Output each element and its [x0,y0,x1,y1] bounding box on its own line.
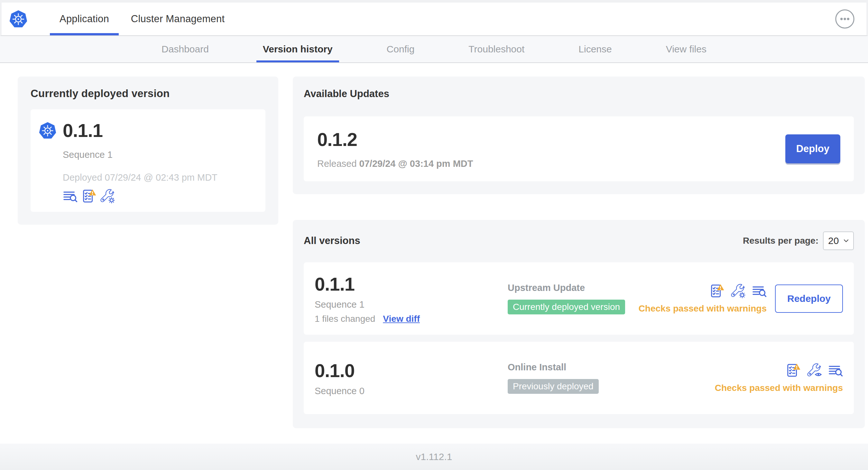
update-released-line: Released 07/29/24 @ 03:14 pm MDT [317,159,473,169]
version-info: 0.1.1 Sequence 1 1 files changed View di… [315,273,508,324]
edit-config-icon[interactable] [731,283,745,298]
preflight-checks-warning-icon[interactable] [786,363,800,378]
preflight-status-link[interactable]: Checks passed with warnings [639,303,767,314]
console-version: v1.112.1 [416,451,452,462]
chevron-down-icon [843,238,849,244]
all-versions-card: All versions Results per page: 20 0.1.1 … [293,220,865,428]
deployed-timestamp: Deployed 07/29/24 @ 02:43 pm MDT [63,172,217,183]
subnav-tab-view-files-label: View files [666,44,707,55]
subnav-tab-license-label: License [579,44,612,55]
version-source: Online Install [508,362,715,373]
files-changed-text: 1 files changed [315,314,375,324]
subnav-tab-config-label: Config [387,44,415,55]
subnav-tab-troubleshoot-label: Troubleshoot [468,44,524,55]
preflight-checks-warning-icon[interactable] [709,283,724,298]
released-prefix: Released [317,159,357,169]
tab-application[interactable]: Application [50,3,119,35]
version-sequence: Sequence 1 [315,299,508,310]
available-update-row: 0.1.2 Released 07/29/24 @ 03:14 pm MDT D… [304,116,854,181]
all-versions-header: All versions Results per page: 20 [304,231,854,250]
version-info: 0.1.0 Sequence 0 [315,360,508,396]
view-config-icon[interactable] [807,363,822,378]
checks-column: Checks passed with warnings [639,283,767,314]
deployed-version-number: 0.1.1 [63,120,217,141]
app-footer: v1.112.1 [0,444,868,470]
version-source-block: Upstream Update Currently deployed versi… [508,282,639,314]
results-per-page-label: Results per page: [743,236,818,246]
release-notes-icon[interactable] [752,283,767,298]
app-header: Application Cluster Management [0,3,868,36]
app-icon-kubernetes [39,120,56,203]
edit-config-icon[interactable] [100,189,115,203]
page: Application Cluster Management Dashboard… [0,0,868,470]
deployed-version-actions [63,189,217,203]
redeploy-button[interactable]: Redeploy [775,284,843,313]
available-updates-title: Available Updates [304,88,854,100]
subnav-tab-license[interactable]: License [572,36,618,62]
version-source: Upstream Update [508,282,639,293]
preflight-checks-warning-icon[interactable] [82,189,96,203]
view-diff-link[interactable]: View diff [383,314,420,324]
currently-deployed-card: Currently deployed version 0.1.1 Sequenc… [18,76,278,225]
tab-application-label: Application [60,13,109,25]
deploy-button[interactable]: Deploy [785,134,840,163]
subnav-tab-troubleshoot[interactable]: Troubleshoot [462,36,531,62]
subnav-tab-config[interactable]: Config [380,36,421,62]
version-source-block: Online Install Previously deployed [508,362,715,394]
version-row-0-1-1: 0.1.1 Sequence 1 1 files changed View di… [304,262,854,335]
deployed-sequence: Sequence 1 [63,149,217,160]
subnav-tab-version-history[interactable]: Version history [256,36,339,62]
released-date: 07/29/24 @ 03:14 pm MDT [359,159,473,169]
version-actions: Checks passed with warnings Redeploy [639,283,843,314]
all-versions-title: All versions [304,235,360,246]
window-top-edge [0,0,868,3]
version-number: 0.1.1 [315,273,508,295]
tab-cluster-management[interactable]: Cluster Management [121,3,234,35]
tab-cluster-management-label: Cluster Management [131,13,224,25]
previously-deployed-badge: Previously deployed [508,379,599,394]
subnav-tab-dashboard-label: Dashboard [161,44,209,55]
subnav-tab-version-history-label: Version history [263,44,333,55]
header-spacer [237,3,834,35]
available-updates-card: Available Updates 0.1.2 Released 07/29/2… [293,76,865,194]
main-content: Currently deployed version 0.1.1 Sequenc… [0,63,868,444]
app-subnav: Dashboard Version history Config Trouble… [0,36,868,63]
update-version-number: 0.1.2 [317,129,473,150]
version-actions: Checks passed with warnings [715,363,843,393]
kubernetes-logo[interactable] [9,3,27,35]
release-notes-icon[interactable] [828,363,843,378]
checks-column: Checks passed with warnings [715,363,843,393]
results-per-page-select[interactable]: 20 [823,231,854,250]
version-action-icons [709,283,767,298]
version-action-icons [786,363,843,378]
main-nav: Application Cluster Management [50,3,237,35]
version-sequence: Sequence 0 [315,386,508,396]
overflow-menu-button[interactable] [834,8,856,30]
subnav-tab-dashboard[interactable]: Dashboard [155,36,215,62]
currently-deployed-version-card: 0.1.1 Sequence 1 Deployed 07/29/24 @ 02:… [31,109,266,212]
currently-deployed-title: Currently deployed version [31,88,266,100]
currently-deployed-badge: Currently deployed version [508,300,625,314]
results-per-page-value: 20 [828,235,839,246]
version-row-0-1-0: 0.1.0 Sequence 0 Online Install Previous… [304,342,854,414]
preflight-status-link[interactable]: Checks passed with warnings [715,383,843,393]
right-column: Available Updates 0.1.2 Released 07/29/2… [293,76,865,428]
version-number: 0.1.0 [315,360,508,381]
release-notes-icon[interactable] [63,189,78,203]
subnav-tab-view-files[interactable]: View files [659,36,713,62]
